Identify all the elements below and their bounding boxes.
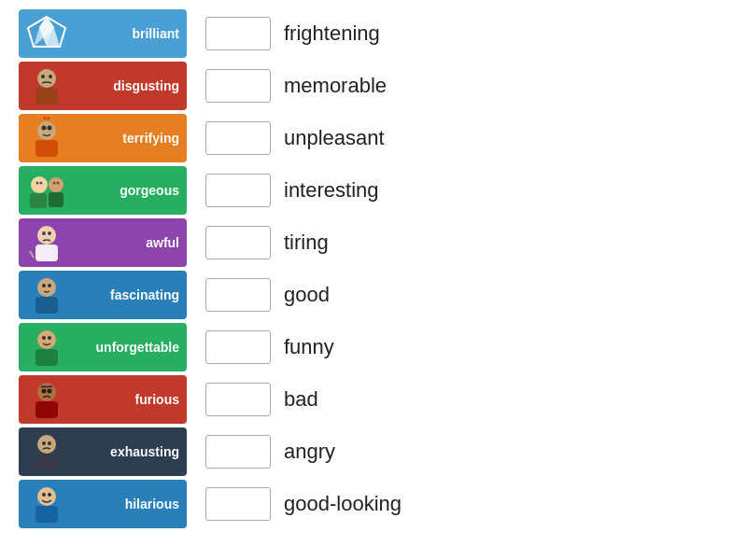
svg-point-20 [36,182,39,185]
match-box-frightening[interactable] [205,17,271,50]
card-fascinating[interactable]: fascinating [19,271,187,319]
match-label-good: good [284,283,330,307]
match-row-angry: angry [205,427,728,476]
match-box-tiring[interactable] [205,226,271,259]
svg-point-10 [49,75,52,78]
svg-rect-25 [35,245,58,261]
match-box-interesting[interactable] [205,174,271,207]
svg-rect-19 [49,192,63,207]
svg-point-23 [57,182,60,185]
svg-marker-1 [39,17,54,28]
svg-rect-46 [35,506,58,523]
card-image-unforgettable [19,323,75,371]
match-label-memorable: memorable [284,74,387,98]
match-box-good[interactable] [205,278,271,312]
svg-rect-38 [35,401,58,418]
svg-marker-15 [43,116,50,119]
svg-line-28 [30,251,34,258]
match-label-frightening: frightening [284,21,380,46]
card-awful[interactable]: awful [19,218,187,267]
svg-point-33 [37,330,56,349]
main-container: brilliant disgusting [19,9,728,528]
card-image-terrifying [19,114,75,162]
svg-rect-12 [35,140,58,157]
match-box-bad[interactable] [205,383,271,416]
card-image-disgusting [19,62,75,110]
card-label-unforgettable: unforgettable [75,340,187,355]
match-label-bad: bad [284,387,318,412]
match-row-memorable: memorable [205,62,728,110]
svg-point-47 [42,493,46,497]
card-image-exhausting [19,427,75,476]
svg-point-35 [42,336,46,340]
svg-point-16 [31,176,48,193]
match-box-angry[interactable] [205,435,271,469]
card-label-hilarious: hilarious [75,497,187,511]
card-hilarious[interactable]: hilarious [19,480,187,528]
match-box-funny[interactable] [205,330,271,364]
card-terrifying[interactable]: terrifying [19,114,187,162]
match-row-funny: funny [205,323,728,371]
match-row-tiring: tiring [205,218,728,267]
svg-point-11 [37,121,56,140]
match-box-good-looking[interactable] [205,487,271,521]
svg-rect-42 [35,454,58,470]
svg-point-48 [48,493,51,497]
svg-rect-34 [35,349,58,366]
card-image-brilliant [19,9,75,58]
card-image-furious [19,375,75,424]
match-row-good-looking: good-looking [205,480,728,528]
match-row-interesting: interesting [205,166,728,215]
match-label-good-looking: good-looking [284,492,402,516]
card-exhausting[interactable]: exhausting [19,427,187,476]
card-brilliant[interactable]: brilliant [19,9,187,58]
svg-point-29 [37,278,56,297]
svg-point-43 [42,441,46,445]
svg-point-40 [48,389,52,394]
svg-point-44 [48,441,51,445]
card-label-exhausting: exhausting [75,444,187,459]
svg-point-22 [53,182,56,185]
card-label-furious: furious [75,392,187,407]
card-disgusting[interactable]: disgusting [19,62,187,110]
match-label-interesting: interesting [284,178,379,203]
card-gorgeous[interactable]: gorgeous [19,166,187,215]
svg-point-14 [48,126,52,131]
match-box-unpleasant[interactable] [205,121,271,155]
match-label-tiring: tiring [284,231,329,255]
card-label-disgusting: disgusting [75,78,187,93]
card-label-gorgeous: gorgeous [75,183,187,198]
svg-point-41 [37,435,56,454]
svg-point-21 [40,182,43,185]
match-row-good: good [205,271,728,319]
svg-point-24 [37,226,56,245]
svg-point-18 [49,177,63,192]
match-label-funny: funny [284,335,334,359]
card-label-awful: awful [75,235,187,250]
svg-point-26 [42,231,46,235]
match-label-angry: angry [284,440,335,464]
card-label-brilliant: brilliant [75,26,187,41]
svg-point-39 [42,389,47,394]
left-column: brilliant disgusting [19,9,187,528]
card-image-hilarious [19,480,75,528]
svg-point-9 [41,75,45,78]
card-unforgettable[interactable]: unforgettable [19,323,187,371]
svg-point-37 [37,383,56,401]
card-label-fascinating: fascinating [75,287,187,302]
card-image-fascinating [19,271,75,319]
match-row-unpleasant: unpleasant [205,114,728,162]
card-image-gorgeous [19,166,75,215]
card-label-terrifying: terrifying [75,131,187,146]
svg-point-32 [48,284,51,287]
card-furious[interactable]: furious [19,375,187,424]
svg-point-45 [37,487,56,506]
card-image-awful [19,218,75,267]
svg-rect-8 [35,88,58,105]
match-label-unpleasant: unpleasant [284,126,385,150]
match-box-memorable[interactable] [205,69,271,103]
svg-point-27 [48,231,51,235]
match-row-frightening: frightening [205,9,728,58]
match-row-bad: bad [205,375,728,424]
svg-point-7 [37,69,56,88]
